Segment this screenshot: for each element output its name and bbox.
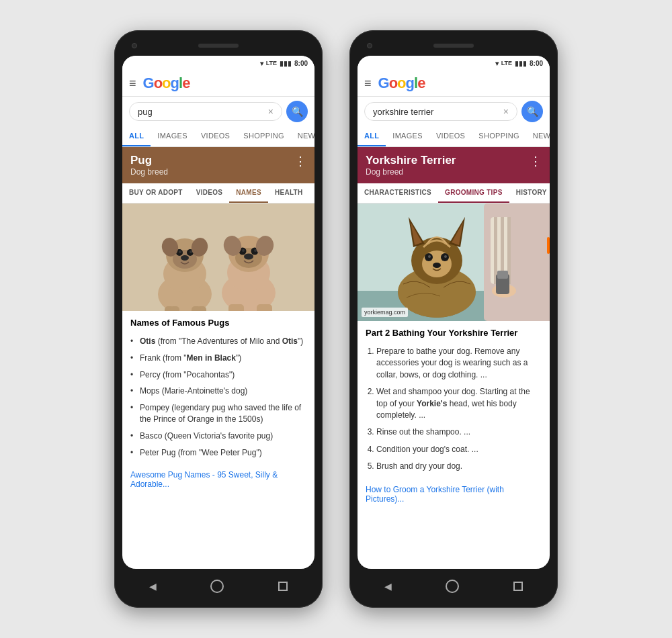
yorkie-svg xyxy=(358,203,550,321)
tab-all-2[interactable]: ALL xyxy=(358,126,386,146)
svg-rect-29 xyxy=(257,304,267,311)
google-logo-1: Google xyxy=(143,75,190,92)
lte-label-2: LTE xyxy=(501,60,512,66)
search-button-2[interactable]: 🔍 xyxy=(521,101,543,122)
svg-point-6 xyxy=(179,250,181,253)
kp-subtitle-1: Dog breed xyxy=(130,167,168,177)
phone-2-bottom-nav: ◀ xyxy=(358,573,550,600)
tab-images-2[interactable]: IMAGES xyxy=(386,126,429,146)
hamburger-icon-2[interactable]: ≡ xyxy=(364,77,372,91)
list-item: Percy (from "Pocahontas") xyxy=(130,367,306,383)
clear-icon-1[interactable]: × xyxy=(268,106,274,117)
home-button-2[interactable] xyxy=(446,580,459,593)
kp-info-1: Pug Dog breed xyxy=(130,154,168,177)
phone-1-speaker xyxy=(198,44,239,48)
search-icon-1: 🔍 xyxy=(292,106,303,117)
hamburger-icon-1[interactable]: ≡ xyxy=(129,77,136,91)
kp-subtitle-2: Dog breed xyxy=(366,167,456,177)
tab-shopping-1[interactable]: SHOPPING xyxy=(237,126,290,146)
phone-2-speaker xyxy=(433,44,474,48)
kp-tab-char-2[interactable]: CHARACTERISTICS xyxy=(358,183,438,203)
wifi-icon-2: ▾ xyxy=(495,60,499,67)
google-header-1: ≡ Google xyxy=(122,71,314,97)
svg-point-52 xyxy=(444,255,447,258)
search-query-1: pug xyxy=(138,107,153,117)
tab-news-2[interactable]: NEWS xyxy=(526,126,550,146)
tab-videos-1[interactable]: VIDEOS xyxy=(194,126,237,146)
clear-icon-2[interactable]: × xyxy=(503,106,509,117)
list-item: Frank (from "Men in Black") xyxy=(130,350,306,367)
kp-tab-health-1[interactable]: HEALTH xyxy=(268,183,310,203)
kp-tab-train-1[interactable]: HOW TO TRAIN xyxy=(310,183,314,203)
lte-label-1: LTE xyxy=(266,60,277,66)
kp-tab-buy-1[interactable]: BUY OR ADOPT xyxy=(122,183,190,203)
home-button-1[interactable] xyxy=(210,580,224,593)
status-bar-2: ▾ LTE ▮▮▮ 8:00 xyxy=(358,56,550,71)
svg-point-51 xyxy=(428,255,431,258)
tab-news-1[interactable]: NEWS xyxy=(291,126,314,146)
grooming-section: Part 2 Bathing Your Yorkshire Terrier Pr… xyxy=(358,321,550,482)
search-input-container-1[interactable]: pug × xyxy=(129,102,282,121)
kp-menu-icon-2[interactable]: ⋮ xyxy=(530,154,542,169)
kp-tab-grooming-2[interactable]: GROOMING TIPS xyxy=(438,183,509,203)
search-bar-1: pug × 🔍 xyxy=(122,97,314,126)
svg-point-8 xyxy=(181,255,189,261)
list-item: Basco (Queen Victoria's favorite pug) xyxy=(130,428,306,445)
steps-list: Prepare to bathe your dog. Remove any ac… xyxy=(366,343,542,475)
kp-tab-names-1[interactable]: NAMES xyxy=(229,183,268,203)
status-bar-1: ▾ LTE ▮▮▮ 8:00 xyxy=(122,56,314,71)
search-bar-2: yorkshire terrier × 🔍 xyxy=(358,97,550,126)
recents-button-2[interactable] xyxy=(513,582,523,591)
kp-tabs-2: CHARACTERISTICS GROOMING TIPS HISTORY SI… xyxy=(358,183,550,203)
back-button-1[interactable]: ◀ xyxy=(149,581,157,592)
list-item: Otis (from "The Adventures of Milo and O… xyxy=(130,333,306,350)
search-input-container-2[interactable]: yorkshire terrier × xyxy=(364,102,517,121)
phone-2-camera xyxy=(367,43,372,48)
list-item: Rinse out the shampoo. ... xyxy=(376,424,542,441)
phone-1-bottom-nav: ◀ xyxy=(122,573,314,600)
kp-header-2: Yorkshire Terrier Dog breed ⋮ xyxy=(358,147,550,183)
kp-menu-icon-1[interactable]: ⋮ xyxy=(294,154,306,169)
svg-point-21 xyxy=(242,249,245,252)
kp-tabs-1: BUY OR ADOPT VIDEOS NAMES HEALTH HOW TO … xyxy=(122,183,314,203)
battery-icon-1: ▮▮▮ xyxy=(280,60,292,67)
phone-2: ▾ LTE ▮▮▮ 8:00 ≡ Google yorkshire terrie… xyxy=(349,30,558,608)
bottom-link-2[interactable]: How to Groom a Yorkshire Terrier (with P… xyxy=(358,482,550,506)
svg-rect-28 xyxy=(234,304,244,311)
phone-1-camera xyxy=(132,43,137,48)
phone-2-top-bar xyxy=(358,38,550,53)
names-list: Otis (from "The Adventures of Milo and O… xyxy=(130,333,306,461)
kp-tab-videos-1[interactable]: VIDEOS xyxy=(190,183,230,203)
search-button-1[interactable]: 🔍 xyxy=(286,101,308,122)
google-logo-2: Google xyxy=(378,75,425,92)
kp-title-2: Yorkshire Terrier xyxy=(366,154,456,167)
kp-header-1: Pug Dog breed ⋮ xyxy=(122,147,314,183)
phone-1-screen: ▾ LTE ▮▮▮ 8:00 ≡ Google pug × xyxy=(122,56,314,569)
back-button-2[interactable]: ◀ xyxy=(384,581,392,592)
pug-svg xyxy=(124,207,312,311)
search-query-2: yorkshire terrier xyxy=(373,107,433,117)
names-section: Names of Famous Pugs Otis (from "The Adv… xyxy=(122,311,314,467)
list-item: Condition your dog's coat. ... xyxy=(376,441,542,458)
svg-rect-13 xyxy=(170,306,179,311)
battery-icon-2: ▮▮▮ xyxy=(515,60,527,67)
pug-image-area xyxy=(122,203,314,311)
time-2: 8:00 xyxy=(530,60,543,67)
list-item: Prepare to bathe your dog. Remove any ac… xyxy=(376,343,542,383)
svg-rect-40 xyxy=(497,271,508,279)
tab-shopping-2[interactable]: SHOPPING xyxy=(472,126,526,146)
main-tabs-2: ALL IMAGES VIDEOS SHOPPING NEWS MA xyxy=(358,126,550,147)
tab-images-1[interactable]: IMAGES xyxy=(151,126,194,146)
tab-videos-2[interactable]: VIDEOS xyxy=(429,126,472,146)
svg-point-53 xyxy=(433,263,441,268)
bottom-link-1[interactable]: Awesome Pug Names - 95 Sweet, Silly & Ad… xyxy=(122,467,314,492)
svg-point-23 xyxy=(244,254,253,260)
list-item: Brush and dry your dog. xyxy=(376,458,542,475)
phone-1-top-bar xyxy=(122,38,314,53)
tab-all-1[interactable]: ALL xyxy=(122,126,151,146)
grooming-title: Part 2 Bathing Your Yorkshire Terrier xyxy=(366,328,542,338)
kp-tab-history-2[interactable]: HISTORY xyxy=(509,183,550,203)
kp-title-1: Pug xyxy=(130,154,168,167)
phone-1: ▾ LTE ▮▮▮ 8:00 ≡ Google pug × xyxy=(114,30,323,608)
recents-button-1[interactable] xyxy=(278,582,288,591)
